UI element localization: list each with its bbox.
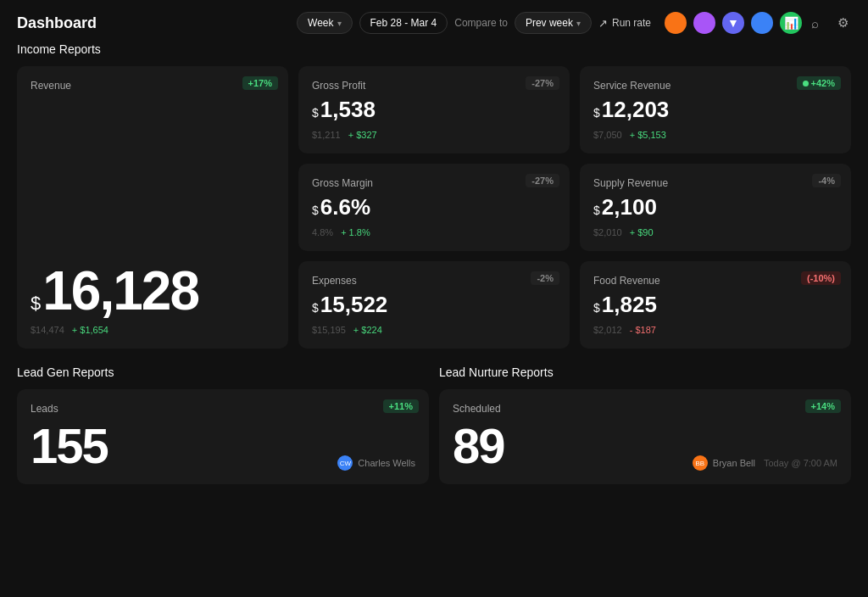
expenses-label: Expenses xyxy=(312,275,556,287)
run-rate-trend-icon: ↗ xyxy=(598,17,608,30)
food-revenue-value: $ 1,825 xyxy=(593,292,837,318)
lead-nurture-section: Lead Nurture Reports Scheduled +14% 89 B… xyxy=(439,365,851,484)
page-title: Dashboard xyxy=(17,14,288,32)
service-revenue-dollar: $ xyxy=(593,106,600,120)
app-icon-3[interactable]: ▼ xyxy=(722,12,744,34)
expenses-value: $ 15,522 xyxy=(312,292,556,318)
gross-margin-number: 6.6% xyxy=(320,194,370,220)
food-revenue-badge: (-10%) xyxy=(801,271,841,285)
scheduled-card: Scheduled +14% 89 BB Bryan Bell Today @ … xyxy=(439,389,851,484)
gross-profit-value: $ 1,538 xyxy=(312,97,556,123)
gross-margin-value: $ 6.6% xyxy=(312,194,556,220)
app-icon-4[interactable] xyxy=(751,12,773,34)
income-cards-grid: Revenue +17% $ 16,128 $14,474 + $1,654 G… xyxy=(0,66,868,349)
food-revenue-sub: $2,012 - $187 xyxy=(593,325,837,335)
gross-profit-label: Gross Profit xyxy=(312,80,556,92)
lead-gen-section: Lead Gen Reports Leads +11% 155 CW Charl… xyxy=(17,365,429,484)
gross-profit-badge: -27% xyxy=(526,76,559,90)
leads-badge: +11% xyxy=(383,399,419,413)
service-revenue-number: 12,203 xyxy=(602,97,670,123)
compare-text: Compare to xyxy=(454,17,508,29)
lead-gen-title: Lead Gen Reports xyxy=(17,365,429,379)
gross-margin-badge: -27% xyxy=(526,174,559,187)
supply-revenue-dollar: $ xyxy=(593,204,600,217)
gross-profit-number: 1,538 xyxy=(320,97,376,123)
service-revenue-sub: $7,050 + $5,153 xyxy=(593,130,837,140)
scheduled-label: Scheduled xyxy=(453,403,837,415)
lead-nurture-title: Lead Nurture Reports xyxy=(439,365,851,379)
app-icon-1[interactable] xyxy=(665,12,687,34)
revenue-badge: +17% xyxy=(242,76,278,90)
food-revenue-card: Food Revenue (-10%) $ 1,825 $2,012 - $18… xyxy=(580,261,851,349)
expenses-badge: -2% xyxy=(531,271,559,285)
app-icon-5[interactable]: 📊 xyxy=(780,12,802,34)
expenses-card: Expenses -2% $ 15,522 $15,195 + $224 xyxy=(298,261,570,349)
service-revenue-card: Service Revenue +42% $ 12,203 $7,050 + $… xyxy=(580,66,851,153)
gross-profit-sub: $1,211 + $327 xyxy=(312,130,556,140)
leads-label: Leads xyxy=(31,403,415,415)
prev-week-arrow-icon: ▾ xyxy=(576,19,581,28)
expenses-dollar: $ xyxy=(312,301,319,315)
scheduled-badge: +14% xyxy=(805,399,841,413)
search-icon[interactable]: ⌕ xyxy=(809,14,821,33)
gross-margin-card: Gross Margin -27% $ 6.6% 4.8% + 1.8% xyxy=(298,164,570,251)
service-revenue-dot-icon xyxy=(803,81,809,86)
leads-card: Leads +11% 155 CW Charles Wells xyxy=(17,389,429,484)
bottom-sections: Lead Gen Reports Leads +11% 155 CW Charl… xyxy=(0,365,868,484)
gear-icon[interactable]: ⚙ xyxy=(835,13,851,33)
app-icon-2[interactable] xyxy=(693,12,715,34)
income-reports-title: Income Reports xyxy=(0,42,868,56)
date-range: Feb 28 - Mar 4 xyxy=(359,12,448,34)
gross-margin-label: Gross Margin xyxy=(312,177,556,189)
leads-user-avatar: CW xyxy=(337,455,353,471)
service-revenue-value: $ 12,203 xyxy=(593,97,837,123)
run-rate-button[interactable]: ↗ Run rate xyxy=(598,17,651,30)
gross-margin-dollar: $ xyxy=(312,204,319,217)
week-selector[interactable]: Week ▾ xyxy=(297,12,352,34)
supply-revenue-label: Supply Revenue xyxy=(593,177,837,189)
gross-profit-dollar: $ xyxy=(312,106,319,120)
scheduled-user-tag: BB Bryan Bell Today @ 7:00 AM xyxy=(693,455,837,471)
scheduled-user-avatar: BB xyxy=(693,455,708,471)
scheduled-user: BB Bryan Bell Today @ 7:00 AM xyxy=(693,455,837,471)
expenses-number: 15,522 xyxy=(320,292,388,318)
supply-revenue-card: Supply Revenue -4% $ 2,100 $2,010 + $90 xyxy=(580,164,851,251)
header: Dashboard Week ▾ Feb 28 - Mar 4 Compare … xyxy=(0,0,868,42)
service-revenue-badge: +42% xyxy=(797,76,841,90)
revenue-value: $ 16,128 xyxy=(31,264,275,318)
leads-user-tag: CW Charles Wells xyxy=(337,455,415,471)
header-controls: Week ▾ Feb 28 - Mar 4 Compare to Prev we… xyxy=(297,12,851,34)
food-revenue-number: 1,825 xyxy=(602,292,657,318)
gross-profit-card: Gross Profit -27% $ 1,538 $1,211 + $327 xyxy=(298,66,570,153)
revenue-sub: $14,474 + $1,654 xyxy=(31,325,275,335)
supply-revenue-number: 2,100 xyxy=(602,194,657,220)
app-icons: ▼ 📊 ⌕ xyxy=(665,12,821,34)
revenue-label: Revenue xyxy=(31,80,275,92)
supply-revenue-sub: $2,010 + $90 xyxy=(593,227,837,237)
food-revenue-dollar: $ xyxy=(593,301,600,315)
revenue-number: 16,128 xyxy=(42,264,198,318)
leads-user: CW Charles Wells xyxy=(337,455,415,471)
revenue-dollar: $ xyxy=(31,293,41,315)
supply-revenue-value: $ 2,100 xyxy=(593,194,837,220)
supply-revenue-badge: -4% xyxy=(812,174,841,187)
expenses-sub: $15,195 + $224 xyxy=(312,325,556,335)
gross-margin-sub: 4.8% + 1.8% xyxy=(312,227,556,237)
prev-week-selector[interactable]: Prev week ▾ xyxy=(515,12,592,34)
week-arrow-icon: ▾ xyxy=(337,19,342,28)
revenue-card: Revenue +17% $ 16,128 $14,474 + $1,654 xyxy=(17,66,288,349)
